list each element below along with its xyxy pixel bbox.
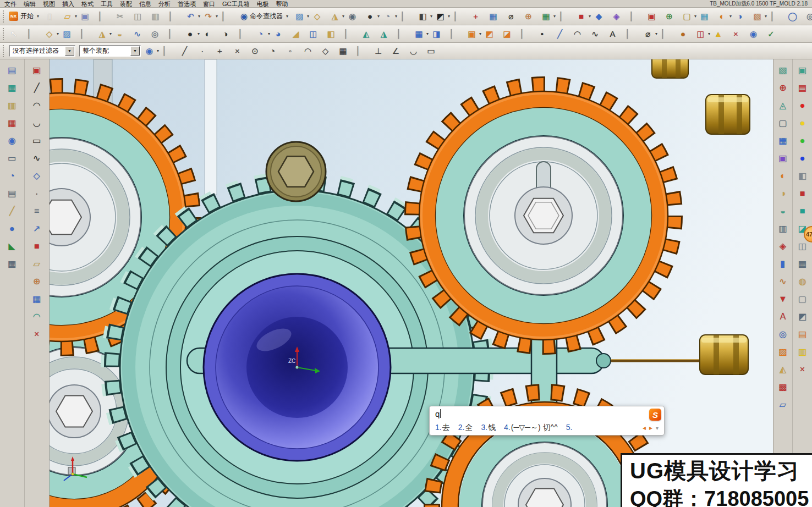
info-icon[interactable]: ◉ xyxy=(747,27,764,40)
datum-plane-icon[interactable]: ◇ xyxy=(311,10,328,23)
snap-point-toggle-icon[interactable]: ◉▾ xyxy=(143,45,160,57)
sheet-body-icon[interactable]: ▱ xyxy=(30,257,44,271)
mw-parting-icon[interactable]: ◐▾ xyxy=(716,10,733,23)
mw-pocket-icon[interactable]: ▧▾ xyxy=(751,10,768,23)
ime-candidate[interactable]: 2.全 xyxy=(458,423,473,433)
tube-icon[interactable]: ◎ xyxy=(149,27,166,40)
point-tool-icon[interactable]: ∙ xyxy=(30,187,44,200)
ime-candidate[interactable]: 3.钱 xyxy=(481,423,496,433)
thicken-icon[interactable]: ◧ xyxy=(325,27,342,40)
mw-gate-icon[interactable]: ▼ xyxy=(776,293,790,306)
datum-csys-tool-icon[interactable]: ⊕ xyxy=(30,275,44,288)
red-cube-icon[interactable]: ■ xyxy=(795,187,810,200)
mw-mold-csys-icon[interactable]: ⊕ xyxy=(663,10,680,23)
command-finder-button[interactable]: ◉ 命令查找器 ▾ xyxy=(237,9,293,24)
annotation-a-icon[interactable]: A xyxy=(776,310,790,323)
pattern-icon[interactable]: ▦ xyxy=(487,10,504,23)
gray-cube-icon[interactable]: ◧ xyxy=(795,169,810,183)
history-icon[interactable]: ◔ xyxy=(5,169,19,183)
snap-quadrant-icon[interactable]: ◔ xyxy=(266,45,283,57)
snap-existing-point-icon[interactable]: ◦ xyxy=(284,45,301,57)
point-icon[interactable]: • xyxy=(536,27,553,40)
revolve-icon[interactable]: ◒ xyxy=(113,27,130,40)
studio-spline-icon[interactable]: ∿ xyxy=(30,152,44,165)
section-view-icon[interactable]: ◫▾ xyxy=(694,27,711,40)
shell-icon[interactable]: ◫ xyxy=(307,27,324,40)
graphics-window[interactable]: ZC xyxy=(50,59,773,507)
constraints-tool-icon[interactable]: ▣ xyxy=(30,64,44,77)
cut-icon[interactable]: ✂ xyxy=(114,10,131,23)
menu-item[interactable]: 首选项 xyxy=(178,1,196,7)
subtract-icon[interactable]: ◐ xyxy=(201,27,218,40)
sogou-logo-icon[interactable]: S xyxy=(649,409,661,421)
edge-blend-icon[interactable]: ◔▾ xyxy=(254,27,271,40)
offset-curve-icon[interactable]: ≡ xyxy=(30,205,44,218)
edge-blend-icon[interactable]: ◔▾ xyxy=(381,10,398,23)
menu-item[interactable]: 帮助 xyxy=(276,1,288,7)
unite-icon[interactable]: ●▾ xyxy=(364,10,381,23)
mw-trim-mold-icon[interactable]: ◭ xyxy=(776,363,790,376)
face-analysis-icon[interactable]: ◍ xyxy=(795,275,810,288)
project-curve-icon[interactable]: ↗ xyxy=(30,222,44,235)
paste-icon[interactable]: ▥ xyxy=(149,10,166,23)
menu-item[interactable]: 信息 xyxy=(139,1,151,7)
polygon-tool-icon[interactable]: ◇ xyxy=(30,169,44,183)
menu-item[interactable]: 编辑 xyxy=(24,1,36,7)
spreadsheet-icon[interactable]: ▦▾ xyxy=(540,10,557,23)
measure-icon[interactable]: ⌀ xyxy=(504,10,522,23)
move-component-icon[interactable]: ◆ xyxy=(592,10,610,23)
gold-bushing-right-lower[interactable] xyxy=(700,335,748,374)
snap-rectangle-icon[interactable]: ▭ xyxy=(425,45,442,57)
gray-box-icon[interactable]: ▢ xyxy=(795,293,810,306)
color-red-icon[interactable]: ● xyxy=(795,99,810,112)
snap-midpoint-icon[interactable]: ∙ xyxy=(196,45,213,57)
snap-perpendicular-icon[interactable]: ⊥ xyxy=(372,45,389,57)
ime-more-icon[interactable]: ▾ xyxy=(656,425,659,431)
menu-item[interactable]: GC工具箱 xyxy=(222,1,250,7)
unite-icon[interactable]: ●▾ xyxy=(184,27,201,40)
snap-point-on-face-icon[interactable]: ◇ xyxy=(319,45,336,57)
gold-bushing-top[interactable] xyxy=(652,59,688,78)
mw-mold-tools-icon[interactable]: ▣ xyxy=(776,152,790,165)
mirror-feature-icon[interactable]: ◨ xyxy=(430,27,447,40)
mw-cavity-pocket-icon[interactable]: ▩ xyxy=(776,381,790,394)
menu-item[interactable]: 文件 xyxy=(4,1,17,7)
open-icon[interactable]: ▱▾ xyxy=(61,10,78,23)
mw-electrode-icon[interactable]: ▨ xyxy=(776,345,790,359)
text-icon[interactable]: A xyxy=(606,27,623,40)
process-studio-icon[interactable]: ▤ xyxy=(5,187,19,200)
tool-block-icon[interactable]: ◩ xyxy=(795,310,810,323)
reuse-library-icon[interactable]: ▦ xyxy=(5,117,19,130)
menu-item[interactable]: 插入 xyxy=(62,1,74,7)
color-green-icon[interactable]: ● xyxy=(795,134,810,147)
snap-point-on-curve-icon[interactable]: ◠ xyxy=(301,45,319,57)
menu-item[interactable]: 分析 xyxy=(158,1,171,7)
snapshot-icon[interactable]: ▤ xyxy=(795,81,810,95)
mw-runner-icon[interactable]: ∿ xyxy=(776,275,790,288)
ime-candidate[interactable]: 1.去 xyxy=(435,423,450,433)
system-scenes-icon[interactable]: ◣ xyxy=(5,240,19,253)
rectangle-tool-icon[interactable]: ▭ xyxy=(30,134,44,147)
combo-arrow-icon[interactable]: ▼ xyxy=(130,46,140,56)
color-yellow-icon[interactable]: ● xyxy=(795,117,810,130)
arc-icon[interactable]: ◠ xyxy=(571,27,588,40)
conic-tool-icon[interactable]: ◡ xyxy=(30,117,44,130)
web-browser-icon[interactable]: ▭ xyxy=(5,152,19,165)
snap-intersection-icon[interactable]: × xyxy=(231,45,248,57)
ime-input-text[interactable]: q xyxy=(435,409,440,418)
mw-initialize-icon[interactable]: ▣ xyxy=(645,10,662,23)
synchronous-icon[interactable]: ▣▾ xyxy=(465,27,482,40)
mw-project-init-icon[interactable]: ▧ xyxy=(776,64,790,77)
menu-item[interactable]: 窗口 xyxy=(203,1,215,7)
ime-prev-page-icon[interactable]: ◂ xyxy=(643,424,646,432)
delete-x-icon[interactable]: × xyxy=(795,363,810,376)
mw-standard-parts-icon[interactable]: ◈ xyxy=(776,240,790,253)
gold-bushing-right-upper[interactable] xyxy=(706,95,750,134)
view-style-icon[interactable]: ▣ xyxy=(795,64,810,77)
mw-shrinkage-icon[interactable]: ◬ xyxy=(776,99,790,112)
snap-control-point-icon[interactable]: + xyxy=(213,45,231,57)
snap-tangent-icon[interactable]: ◡ xyxy=(407,45,424,57)
block-feature-icon[interactable]: ■ xyxy=(30,240,44,253)
mw-mold-csys-icon[interactable]: ⊕ xyxy=(776,81,790,95)
mw-parting-lines-icon[interactable]: ◐ xyxy=(776,169,790,183)
